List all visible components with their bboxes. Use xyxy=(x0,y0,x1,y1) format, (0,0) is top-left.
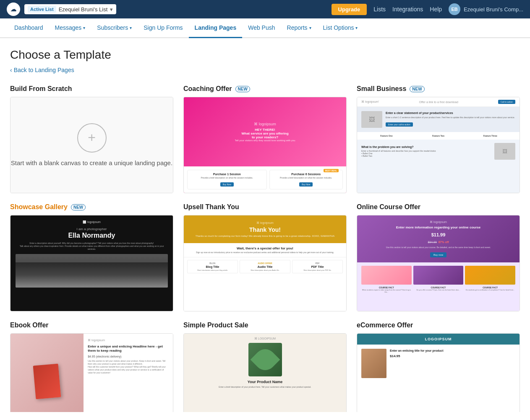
user-menu[interactable]: EB Ezequiel Bruni's Comp... xyxy=(449,3,523,15)
blank-canvas: + Start with a blank canvas to create a … xyxy=(10,97,173,193)
sb-features: Feature One Feature Two Feature Three xyxy=(357,132,520,140)
nav-web-push[interactable]: Web Push xyxy=(242,18,281,38)
coaching-preview-content: ⌘ logoipsum HEY THERE!What service are y… xyxy=(184,97,346,193)
nav-landing-pages[interactable]: Landing Pages xyxy=(189,18,243,38)
coaching-card-2-wrapper: BEST DEAL Purchase 6 Sessions Provide a … xyxy=(269,170,343,189)
sb-header: ⌘ logoipsum' Offer a link to a free down… xyxy=(357,97,520,107)
nav-signup-forms[interactable]: Sign Up Forms xyxy=(138,18,188,38)
eo-title: Enter a unique and enticing Headline her… xyxy=(88,345,169,353)
template-title-ebook: Ebook Offer xyxy=(10,321,173,329)
plus-icon: + xyxy=(77,123,107,153)
uty-subtitle: Thanks so much for completing our form t… xyxy=(188,235,342,237)
template-showcase-gallery: Showcase Gallery NEW ⬜ logoipsum I am a … xyxy=(10,203,173,311)
template-preview-sg[interactable]: ⬜ logoipsum I am a photographer Ella Nor… xyxy=(10,215,173,311)
blank-canvas-text: Start with a blank canvas to create a un… xyxy=(11,158,172,167)
template-ebook: Ebook Offer ⌘ logoipsum Enter a unique a… xyxy=(10,321,173,412)
nav-subscribers[interactable]: Subscribers ▾ xyxy=(91,18,138,38)
template-preview-upsell[interactable]: ⌘ logoipsum Thank You! Thanks so much fo… xyxy=(183,215,347,311)
back-link[interactable]: ‹ Back to Landing Pages xyxy=(10,67,74,73)
oco-title: Enter more information regarding your on… xyxy=(361,226,515,229)
coaching-card-2: Purchase 6 Sessions Provide a brief desc… xyxy=(269,170,343,189)
oco-course-3: COURSE FACT Do students get a certificat… xyxy=(465,266,515,293)
templates-grid: Build From Scratch + Start with a blank … xyxy=(10,85,520,412)
eco-product-price: $14.95 xyxy=(390,354,515,358)
scroll-wrapper: Choose a Template ‹ Back to Landing Page… xyxy=(0,38,530,412)
sps-product-image xyxy=(248,343,282,376)
app-logo[interactable]: ☁ xyxy=(7,3,20,16)
sb-bottom: What is the problem you are solving? Ent… xyxy=(357,140,520,163)
uty-card-blog: BLOG Blog Title Short introduction about… xyxy=(187,260,238,273)
nav-integrations[interactable]: Integrations xyxy=(392,6,423,13)
eco-logo: LOGOIPSUM xyxy=(425,337,452,341)
uty-special: Wait, there's a special offer for you! S… xyxy=(184,243,346,257)
eo-desc: Use this section to tell your visitors a… xyxy=(88,360,169,374)
oco-preview-content: ⌘ logoipsum Enter more information regar… xyxy=(357,215,520,311)
template-coaching-offer: Coaching Offer NEW ⌘ logoipsum HEY THERE… xyxy=(183,85,347,193)
template-preview-sb[interactable]: ⌘ logoipsum' Offer a link to a free down… xyxy=(357,97,520,193)
back-link-label: Back to Landing Pages xyxy=(14,67,74,73)
uty-card-audio: AUDIO OFFER Audio Title Short descriptio… xyxy=(240,260,290,273)
list-selector[interactable]: Active List Ezequiel Bruni's List ▾ xyxy=(24,4,116,14)
nav-list-options[interactable]: List Options ▾ xyxy=(317,18,364,38)
template-preview-sps[interactable]: ⌘ LOGOIPSUM Your Product Name Enter a br… xyxy=(183,333,347,412)
uty-cards: BLOG Blog Title Short introduction about… xyxy=(184,257,346,276)
sps-product-desc: Enter a brief description of your produc… xyxy=(214,386,315,388)
uty-preview-content: ⌘ logoipsum Thank You! Thanks so much fo… xyxy=(184,215,346,311)
list-options-arrow: ▾ xyxy=(355,26,358,30)
oco-courses-row: COURSE FACT When students expect to take… xyxy=(361,266,515,293)
page-content: Choose a Template ‹ Back to Landing Page… xyxy=(0,38,530,412)
eco-header: LOGOIPSUM xyxy=(357,334,520,345)
sg-preview-content: ⬜ logoipsum I am a photographer Ella Nor… xyxy=(10,215,173,311)
template-ecommerce: eCommerce Offer LOGOIPSUM Enter an entic… xyxy=(357,321,520,412)
list-type-badge: Active List xyxy=(28,6,56,13)
logo-symbol: ☁ xyxy=(10,6,16,13)
nav-reports[interactable]: Reports ▾ xyxy=(281,18,317,38)
nav-help[interactable]: Help xyxy=(430,6,442,13)
best-deal-badge: BEST DEAL xyxy=(324,169,339,172)
template-preview-ebook[interactable]: ⌘ logoipsum Enter a unique and enticing … xyxy=(10,333,173,412)
template-upsell: Upsell Thank You ⌘ logoipsum Thank You! … xyxy=(183,203,347,311)
sg-name: I am a photographer xyxy=(76,227,107,231)
template-preview-oco[interactable]: ⌘ logoipsum Enter more information regar… xyxy=(357,215,520,311)
sps-leaf xyxy=(250,345,280,375)
uty-card-pdf: PDF PDF Title Short description about yo… xyxy=(292,260,343,273)
nav-messages[interactable]: Messages ▾ xyxy=(49,18,91,38)
template-preview-coaching[interactable]: ⌘ logoipsum HEY THERE!What service are y… xyxy=(183,97,347,193)
upgrade-button[interactable]: Upgrade xyxy=(332,4,367,15)
eo-logo: ⌘ logoipsum xyxy=(88,339,169,342)
oco-course-2: COURSE FACT Do you offer courses? If yes… xyxy=(413,266,464,293)
sb-cta: Call to action xyxy=(498,100,515,104)
uty-title: Thank You! xyxy=(188,226,342,233)
sb-bottom-image: 🖼 xyxy=(494,143,515,160)
user-avatar: EB xyxy=(449,3,460,15)
nav-lists[interactable]: Lists xyxy=(373,6,386,13)
template-small-business: Small Business NEW ⌘ logoipsum' Offer a … xyxy=(357,85,520,193)
messages-arrow: ▾ xyxy=(83,26,85,30)
sb-logo: ⌘ logoipsum' xyxy=(361,100,379,104)
eo-book-image xyxy=(33,364,61,399)
template-title-sb: Small Business NEW xyxy=(357,85,520,93)
eco-product-image xyxy=(361,349,386,378)
template-online-course: Online Course Offer ⌘ logoipsum Enter mo… xyxy=(357,203,520,311)
uty-header: ⌘ logoipsum Thank You! Thanks so much fo… xyxy=(184,215,346,243)
eo-left xyxy=(10,334,84,412)
sb-hero-image: 🖼 xyxy=(361,111,382,128)
nav-dashboard[interactable]: Dashboard xyxy=(8,18,49,38)
template-simple-product: Simple Product Sale ⌘ LOGOIPSUM Your Pro… xyxy=(183,321,347,412)
list-selector-chevron: ▾ xyxy=(110,6,113,13)
template-title-build: Build From Scratch xyxy=(10,85,173,93)
topbar: ☁ Active List Ezequiel Bruni's List ▾ Up… xyxy=(0,0,530,18)
sg-logo: ⬜ logoipsum xyxy=(83,220,101,224)
sg-new-badge: NEW xyxy=(71,204,86,210)
coaching-logo: ⌘ logoipsum xyxy=(254,122,276,126)
template-preview-eco[interactable]: LOGOIPSUM Enter an enticing title for yo… xyxy=(357,333,520,412)
coaching-bottom: Purchase 1 Session Provide a brief descr… xyxy=(184,166,346,193)
template-title-upsell: Upsell Thank You xyxy=(183,203,347,211)
sb-hero-text: Enter a clear statement of your product/… xyxy=(386,111,515,128)
eco-preview-content: LOGOIPSUM Enter an enticing title for yo… xyxy=(357,334,520,412)
template-preview-build[interactable]: + Start with a blank canvas to create a … xyxy=(10,97,173,193)
coaching-top: ⌘ logoipsum HEY THERE!What service are y… xyxy=(184,97,346,166)
oco-course-img-2 xyxy=(413,266,464,285)
page-title: Choose a Template xyxy=(10,48,520,62)
sb-hero: 🖼 Enter a clear statement of your produc… xyxy=(357,107,520,132)
